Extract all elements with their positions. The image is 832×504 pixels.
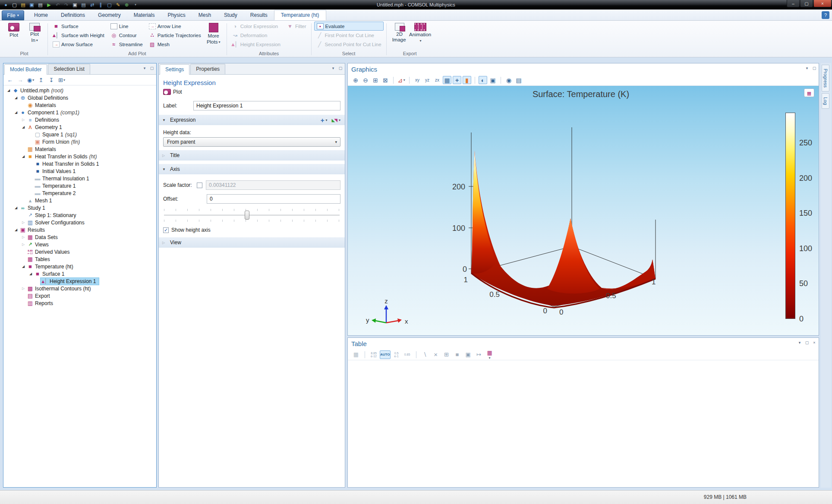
ribbon-tab[interactable]: Home bbox=[28, 10, 54, 20]
tree-expander[interactable] bbox=[21, 265, 26, 268]
side-tab[interactable]: Log bbox=[822, 93, 829, 109]
paste-icon[interactable] bbox=[80, 1, 87, 8]
tree-expander[interactable] bbox=[21, 235, 26, 239]
tree-expander[interactable] bbox=[13, 206, 19, 210]
tree-item[interactable]: Mesh 1 bbox=[3, 197, 156, 204]
panel-tab[interactable]: Selection List bbox=[48, 64, 90, 74]
tree-item[interactable]: Study 1 bbox=[3, 204, 156, 211]
scientific-notation-icon[interactable]: 0.5e-1 bbox=[392, 350, 401, 359]
update-table-icon[interactable] bbox=[351, 350, 361, 359]
minimize-button[interactable]: – bbox=[787, 0, 800, 7]
tree-item[interactable]: Data Sets bbox=[3, 233, 156, 241]
tree-item[interactable]: Surface 1 bbox=[3, 270, 156, 277]
offset-field[interactable] bbox=[207, 194, 340, 204]
panel-pin-icon[interactable]: ▢ bbox=[149, 66, 154, 70]
copy-icon[interactable] bbox=[71, 1, 79, 8]
tree-item[interactable]: Step 1: Stationary bbox=[3, 211, 156, 219]
tree-item[interactable]: Derived Values bbox=[3, 248, 156, 255]
label-field[interactable] bbox=[193, 101, 340, 110]
help-button[interactable]: ? bbox=[822, 11, 829, 19]
zoom-box-icon[interactable] bbox=[371, 76, 380, 84]
panel-menu-icon[interactable]: ▾ bbox=[331, 66, 336, 70]
expand-all-icon[interactable] bbox=[47, 76, 55, 84]
ribbon-small-button[interactable]: Second Point for Cut Line bbox=[314, 40, 384, 49]
tree-expander[interactable] bbox=[21, 125, 26, 129]
tree-item[interactable]: Definitions bbox=[3, 116, 156, 123]
duplicate-icon[interactable] bbox=[88, 1, 96, 8]
tree-item[interactable]: Initial Values 1 bbox=[3, 167, 156, 175]
ribbon-small-button[interactable]: Surface bbox=[50, 22, 107, 31]
plot-button[interactable]: Plot bbox=[163, 89, 340, 95]
ribbon-tab[interactable]: Temperature (ht) bbox=[274, 10, 326, 20]
graphics-canvas[interactable]: Surface: Temperature (K) 200 100 0 bbox=[348, 86, 819, 335]
tree-item[interactable]: Global Definitions bbox=[3, 94, 156, 101]
go-to-zx-view-icon[interactable] bbox=[433, 76, 441, 84]
report-icon[interactable] bbox=[37, 1, 44, 8]
go-to-yz-view-icon[interactable] bbox=[423, 76, 432, 84]
section-view[interactable]: ▷ View bbox=[159, 237, 345, 248]
tree-item[interactable]: Export bbox=[3, 292, 156, 299]
tree-item[interactable]: Thermal Insulation 1 bbox=[3, 175, 156, 182]
show-height-axis-checkbox[interactable] bbox=[163, 227, 169, 233]
graphics-context-menu-button[interactable] bbox=[804, 88, 814, 97]
open-icon[interactable] bbox=[19, 1, 27, 8]
tree-item[interactable]: Temperature 1 bbox=[3, 182, 156, 189]
scene-light-icon[interactable] bbox=[488, 76, 497, 84]
ribbon-tab[interactable]: Physics bbox=[161, 10, 192, 20]
show-icon[interactable] bbox=[27, 76, 35, 84]
tree-expander[interactable] bbox=[21, 118, 26, 122]
tree-item[interactable]: Results bbox=[3, 226, 156, 233]
select-icon[interactable] bbox=[106, 1, 113, 8]
ribbon-tab[interactable]: Results bbox=[244, 10, 274, 20]
forward-icon[interactable] bbox=[16, 76, 24, 84]
offset-slider[interactable] bbox=[164, 208, 340, 223]
tree-item[interactable]: Temperature 2 bbox=[3, 189, 156, 197]
panel-menu-icon[interactable]: ▾ bbox=[797, 340, 802, 345]
tree-item[interactable]: Geometry 1 bbox=[3, 123, 156, 131]
tree-item[interactable]: Materials bbox=[3, 101, 156, 109]
ribbon-big-button[interactable]: Plot bbox=[3, 22, 24, 44]
maximize-button[interactable]: ▢ bbox=[800, 0, 813, 7]
collapse-all-icon[interactable] bbox=[37, 76, 45, 84]
show-grid-icon[interactable] bbox=[443, 76, 451, 84]
draw-icon[interactable] bbox=[114, 1, 122, 8]
ribbon-small-button[interactable]: Surface with Height bbox=[50, 31, 107, 40]
replace-expression-button[interactable]: ◥ bbox=[332, 118, 340, 123]
section-title[interactable]: ▷ Title bbox=[159, 150, 345, 161]
tree-expander[interactable] bbox=[13, 96, 19, 100]
export-table-icon[interactable] bbox=[474, 350, 484, 359]
tree-item[interactable]: Materials bbox=[3, 145, 156, 153]
scale-factor-field[interactable] bbox=[206, 180, 340, 190]
ribbon-small-button[interactable]: Deformation bbox=[230, 31, 283, 40]
tree-item[interactable]: Untitled.mph (root) bbox=[3, 87, 156, 94]
run-icon[interactable] bbox=[45, 1, 53, 8]
ribbon-small-button[interactable]: Height Expression bbox=[230, 40, 283, 49]
table-format-icon[interactable] bbox=[485, 350, 495, 359]
tree-expander[interactable] bbox=[6, 88, 11, 92]
print-icon[interactable] bbox=[514, 76, 523, 84]
tree-settings-icon[interactable] bbox=[58, 76, 66, 84]
tree-item[interactable]: Square 1 (sq1) bbox=[3, 131, 156, 138]
ribbon-small-button[interactable]: Streamline bbox=[108, 40, 145, 49]
new-file-icon[interactable] bbox=[11, 1, 18, 8]
tree-item[interactable]: Height Expression 1 bbox=[3, 277, 156, 285]
app-icon[interactable] bbox=[2, 1, 9, 8]
redo-icon[interactable] bbox=[63, 1, 70, 8]
show-axes-icon[interactable] bbox=[453, 76, 461, 84]
tree-expander[interactable] bbox=[13, 228, 19, 232]
qat-menu-icon[interactable] bbox=[132, 1, 139, 8]
add-expression-button[interactable]: + bbox=[321, 117, 328, 124]
search-icon[interactable] bbox=[123, 1, 130, 8]
close-button[interactable]: × bbox=[813, 0, 832, 7]
tree-expander[interactable] bbox=[21, 220, 26, 224]
ribbon-small-button[interactable]: Color Expression bbox=[230, 22, 283, 31]
tree-item[interactable]: Form Union (fin) bbox=[3, 138, 156, 145]
tree-expander[interactable] bbox=[13, 110, 19, 114]
transparency-icon[interactable] bbox=[479, 76, 487, 84]
ribbon-small-button[interactable]: Evaluate bbox=[314, 22, 384, 31]
tree-expander[interactable] bbox=[28, 272, 33, 276]
delete-table-icon[interactable] bbox=[431, 350, 441, 359]
panel-tab[interactable]: Settings bbox=[160, 64, 189, 75]
decimal-precision-icon[interactable]: 0.85 bbox=[403, 350, 412, 359]
tree-expander[interactable] bbox=[21, 154, 26, 158]
